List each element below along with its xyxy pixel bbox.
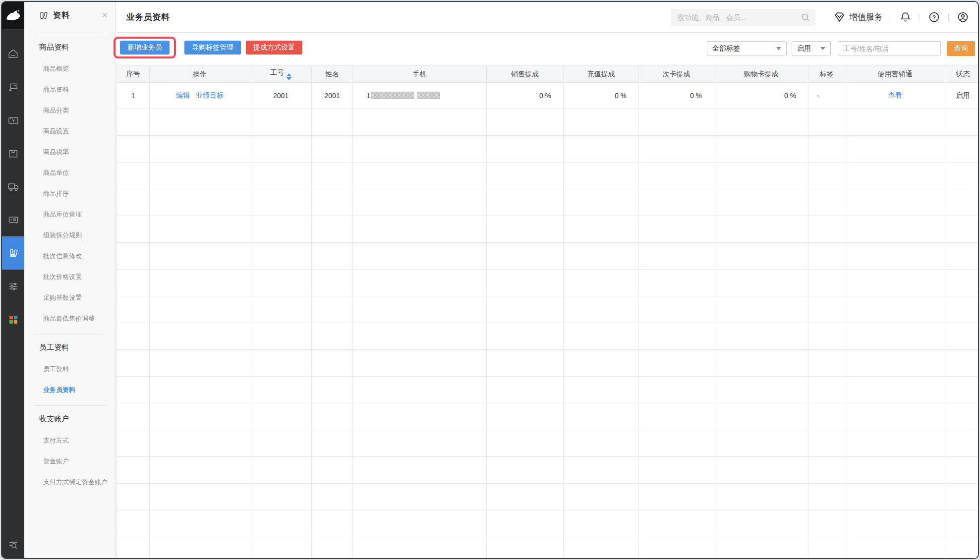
query-button[interactable]: 查询 (947, 41, 975, 56)
account-button[interactable] (957, 11, 969, 23)
empty-cell (639, 457, 714, 484)
empty-cell (808, 270, 845, 296)
empty-cell (945, 296, 980, 323)
sidebar-item-batch-info[interactable]: 批次信息修改 (24, 246, 115, 267)
rail-money-icon[interactable]: ¥ (2, 104, 24, 137)
empty-row (117, 163, 980, 189)
sidebar-item-min-price[interactable]: 商品最低售价调整 (24, 308, 115, 329)
empty-cell (714, 109, 808, 136)
empty-cell (312, 243, 353, 270)
sidebar-item-goods-settings[interactable]: 商品设置 (24, 121, 115, 142)
sidebar-item-salesperson-data[interactable]: 业务员资料 (24, 380, 115, 400)
empty-cell (845, 109, 945, 136)
empty-cell (150, 216, 250, 243)
empty-cell (639, 377, 714, 403)
sidebar-item-purchase-base[interactable]: 采购基数设置 (24, 287, 115, 308)
tag-filter-select[interactable]: 全部标签 (707, 41, 787, 56)
rail-pos-icon[interactable] (2, 70, 24, 104)
empty-cell (117, 457, 150, 484)
table-row: 1 编辑业绩目标 2001 2001 1 0 % 0 % 0 % 0 % - 查… (117, 83, 980, 109)
performance-target-link[interactable]: 业绩目标 (196, 91, 224, 99)
empty-cell (312, 189, 353, 216)
sidebar-item-batch-price[interactable]: 批次价格设置 (24, 267, 115, 287)
empty-cell (312, 270, 353, 296)
rail-data-icon-active[interactable] (2, 236, 24, 270)
empty-cell (845, 537, 945, 560)
sidebar-item-assembly-rules[interactable]: 组装拆分规则 (24, 225, 115, 246)
toolbar-filters: 全部标签 启用 查询 (707, 41, 975, 56)
status-filter-select[interactable]: 启用 (792, 41, 831, 56)
sidebar-item-goods-overview[interactable]: 商品概览 (24, 58, 115, 79)
empty-cell (250, 430, 312, 457)
empty-cell (564, 270, 639, 296)
empty-cell (250, 216, 312, 243)
sidebar-item-staff-data[interactable]: 员工资料 (24, 359, 115, 380)
sidebar-item-goods-unit[interactable]: 商品单位 (24, 163, 115, 183)
notifications-button[interactable] (899, 11, 912, 23)
empty-cell (945, 350, 980, 377)
sidebar-item-goods-category[interactable]: 商品分类 (24, 100, 115, 121)
sidebar-item-payment-method[interactable]: 支付方式 (24, 430, 115, 451)
rail-register-icon[interactable] (2, 203, 24, 236)
rail-home-icon[interactable] (2, 37, 24, 70)
empty-cell (312, 350, 353, 377)
sidebar-item-goods-data[interactable]: 商品资料 (24, 79, 115, 100)
empty-cell (312, 484, 353, 510)
empty-cell (564, 430, 639, 457)
sidebar-item-goods-location[interactable]: 商品库位管理 (24, 204, 115, 225)
sort-icon[interactable] (287, 73, 291, 80)
sidebar-item-fund-account[interactable]: 资金账户 (24, 451, 115, 472)
tag-manage-button[interactable]: 导购标签管理 (184, 41, 241, 55)
empty-cell (353, 163, 487, 189)
col-emp-no[interactable]: 工号 (250, 66, 312, 83)
view-marketing-link[interactable]: 查看 (888, 91, 902, 99)
help-button[interactable]: ? (928, 11, 940, 23)
empty-cell (150, 189, 250, 216)
edit-link[interactable]: 编辑 (176, 91, 190, 99)
rail-apps-icon[interactable] (2, 303, 24, 336)
empty-cell (845, 430, 945, 457)
empty-cell (150, 323, 250, 350)
rail-menu-search[interactable] (2, 539, 24, 551)
empty-cell (353, 350, 487, 377)
menu-search-icon (7, 539, 19, 551)
rail-settings-icon[interactable] (2, 270, 24, 303)
empty-cell (945, 270, 980, 296)
divider (34, 34, 106, 34)
empty-cell (250, 403, 312, 430)
add-salesperson-button[interactable]: 新增业务员 (120, 41, 170, 55)
empty-cell (945, 510, 980, 537)
empty-cell (312, 109, 353, 136)
empty-cell (250, 189, 312, 216)
status-filter-value: 启用 (797, 44, 811, 53)
table-body: 1 编辑业绩目标 2001 2001 1 0 % 0 % 0 % 0 % - 查… (117, 83, 980, 560)
sidebar-item-goods-sort[interactable]: 商品排序 (24, 183, 115, 204)
value-added-services[interactable]: 增值服务 (833, 11, 883, 23)
empty-cell (714, 510, 808, 537)
rail-package-icon[interactable] (2, 137, 24, 170)
empty-cell (564, 189, 639, 216)
empty-cell (150, 377, 250, 403)
col-marketing: 使用营销通 (845, 66, 945, 83)
empty-cell (564, 243, 639, 270)
col-phone: 手机 (353, 66, 487, 83)
sidebar-item-goods-tax[interactable]: 商品税率 (24, 142, 115, 163)
cell-shopping-card-commission: 0 % (714, 83, 808, 109)
divider (891, 13, 891, 21)
sidebar-section-staff: 员工资料 (24, 336, 115, 359)
empty-row (117, 377, 980, 403)
toolbar: 新增业务员 导购标签管理 提成方式设置 全部标签 启用 查询 (116, 33, 978, 65)
empty-cell (150, 243, 250, 270)
books-icon (7, 247, 19, 259)
query-input[interactable] (838, 41, 941, 56)
commission-settings-button[interactable]: 提成方式设置 (246, 41, 302, 55)
sidebar-item-payment-bind[interactable]: 支付方式绑定资金账户 (24, 472, 115, 493)
cell-recharge-commission: 0 % (564, 83, 639, 109)
sidebar-close-icon[interactable]: × (102, 9, 108, 21)
empty-cell (639, 296, 714, 323)
empty-row (117, 430, 980, 457)
rail-truck-icon[interactable] (2, 170, 24, 203)
empty-cell (487, 510, 564, 537)
global-search-input[interactable] (671, 9, 815, 26)
empty-cell (353, 430, 487, 457)
